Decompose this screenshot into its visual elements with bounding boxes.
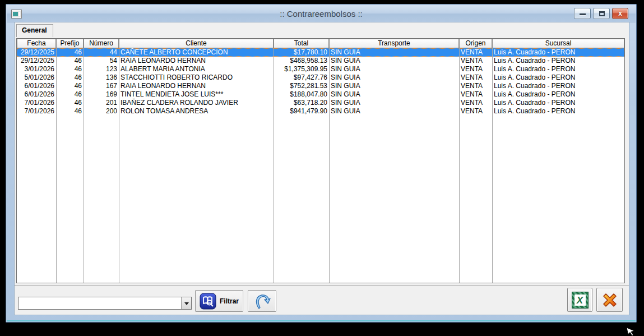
cell: RAIA LEONARDO HERNAN — [119, 82, 274, 90]
export-excel-button[interactable]: X — [567, 288, 592, 312]
cell: VENTA — [459, 82, 492, 90]
table-row[interactable]: 29/12/20254654RAIA LEONARDO HERNAN$468,9… — [17, 57, 624, 65]
cell: Luis A. Cuadrado - PERON — [492, 65, 624, 73]
cell: 46 — [56, 65, 84, 73]
cell: 6/01/2026 — [17, 82, 56, 90]
cell: VENTA — [459, 90, 492, 99]
combobox-dropdown-button[interactable] — [181, 297, 191, 309]
table-header: FechaPrefijoNúmeroClienteTotalTransporte… — [17, 39, 624, 48]
column-header-sucursal[interactable]: Sucursal — [492, 39, 624, 48]
filtrar-button-label: Filtrar — [220, 297, 239, 305]
titlebar[interactable]: :: Contrareembolsos :: x — [7, 5, 636, 22]
filter-combobox-value — [18, 297, 181, 309]
cell: $468,958.13 — [274, 57, 329, 65]
column-header-total[interactable]: Total — [274, 39, 329, 48]
cell: Luis A. Cuadrado - PERON — [492, 48, 624, 57]
cell: Luis A. Cuadrado - PERON — [492, 107, 624, 116]
filtrar-button[interactable]: Filtrar — [195, 290, 243, 312]
cancel-close-button[interactable] — [596, 288, 623, 312]
table-row[interactable]: 7/01/202646200ROLON TOMASA ANDRESA$941,4… — [17, 107, 624, 116]
book-search-icon — [200, 293, 216, 310]
table-row[interactable]: 29/12/20254644CAÑETE ALBERTO CONCEPCION$… — [17, 48, 624, 57]
cell: 46 — [56, 57, 84, 65]
cell: VENTA — [459, 73, 492, 82]
cell: 6/01/2026 — [17, 90, 56, 99]
cell: 46 — [56, 48, 84, 57]
column-header-transporte[interactable]: Transporte — [329, 39, 459, 48]
cell: $752,281.53 — [274, 82, 329, 90]
table-row[interactable]: 6/01/202646167RAIA LEONARDO HERNAN$752,2… — [17, 82, 624, 90]
cell: $17,780.10 — [274, 48, 329, 57]
tab-general[interactable]: General — [16, 24, 53, 37]
client-area: General FechaPrefijoNúmeroClienteTotalTr… — [15, 22, 629, 315]
cell: 123 — [84, 65, 119, 73]
cell: CAÑETE ALBERTO CONCEPCION — [119, 48, 274, 57]
table-body: 29/12/20254644CAÑETE ALBERTO CONCEPCION$… — [17, 48, 624, 283]
cell: $941,479.90 — [274, 107, 329, 116]
window-controls: x — [574, 8, 628, 19]
cell: STACCHIOTTI ROBERTO RICARDO — [119, 73, 274, 82]
cell: 46 — [56, 82, 84, 90]
cell: SIN GUIA — [329, 73, 459, 82]
column-header-prefijo[interactable]: Prefijo — [56, 39, 84, 48]
cell: 46 — [56, 90, 84, 99]
close-button[interactable]: x — [612, 8, 628, 19]
cell: 201 — [84, 99, 119, 107]
cell: Luis A. Cuadrado - PERON — [492, 99, 624, 107]
cell: 29/12/2025 — [17, 48, 56, 57]
cell: 169 — [84, 90, 119, 99]
cell: $1,375,309.95 — [274, 65, 329, 73]
cell: 44 — [84, 48, 119, 57]
maximize-icon — [599, 11, 605, 16]
cell: SIN GUIA — [329, 48, 459, 57]
cell: VENTA — [459, 57, 492, 65]
cell: SIN GUIA — [329, 107, 459, 116]
column-header-numero[interactable]: Número — [84, 39, 119, 48]
cell: $188,047.80 — [274, 90, 329, 99]
excel-icon: X — [572, 292, 589, 309]
cell: VENTA — [459, 99, 492, 107]
cell: 54 — [84, 57, 119, 65]
cell: RAIA LEONARDO HERNAN — [119, 57, 274, 65]
column-header-cliente[interactable]: Cliente — [119, 39, 274, 48]
cell: VENTA — [459, 65, 492, 73]
table-row[interactable]: 7/01/202646201IBAÑEZ CLADERA ROLANDO JAV… — [17, 99, 624, 107]
cell: 7/01/2026 — [17, 107, 56, 116]
cell: SIN GUIA — [329, 90, 459, 99]
filter-combobox[interactable] — [18, 297, 192, 310]
cell: ALABERT MARIA ANTONIA — [119, 65, 274, 73]
window-title: :: Contrareembolsos :: — [7, 9, 636, 19]
contrareembolsos-table: FechaPrefijoNúmeroClienteTotalTransporte… — [16, 38, 625, 283]
maximize-button[interactable] — [593, 8, 610, 19]
cell: 167 — [84, 82, 119, 90]
column-header-origen[interactable]: Origen — [459, 39, 492, 48]
cell: Luis A. Cuadrado - PERON — [492, 82, 624, 90]
orange-x-icon — [600, 291, 619, 310]
bottom-toolbar: Filtrar X — [15, 285, 629, 315]
minimize-button[interactable] — [574, 8, 591, 19]
table-row[interactable]: 3/01/202646123ALABERT MARIA ANTONIA$1,37… — [17, 65, 624, 73]
cell: 46 — [56, 99, 84, 107]
cell: 136 — [84, 73, 119, 82]
app-window: :: Contrareembolsos :: x General FechaPr… — [6, 4, 637, 323]
cell: 46 — [56, 107, 84, 116]
close-icon: x — [613, 10, 628, 17]
undo-arrow-icon — [253, 292, 272, 310]
cell: 7/01/2026 — [17, 99, 56, 107]
cell: SIN GUIA — [329, 82, 459, 90]
column-header-fecha[interactable]: Fecha — [17, 39, 56, 48]
cell: SIN GUIA — [329, 99, 459, 107]
cell: 46 — [56, 73, 84, 82]
table-row[interactable]: 6/01/202646169TINTEL MENDIETA JOSE LUIS*… — [17, 90, 624, 99]
cell: IBAÑEZ CLADERA ROLANDO JAVIER — [119, 99, 274, 107]
cell: ROLON TOMASA ANDRESA — [119, 107, 274, 116]
cell: SIN GUIA — [329, 57, 459, 65]
cell: SIN GUIA — [329, 65, 459, 73]
undo-button[interactable] — [248, 290, 276, 312]
cell: VENTA — [459, 48, 492, 57]
table-row[interactable]: 5/01/202646136STACCHIOTTI ROBERTO RICARD… — [17, 73, 624, 82]
cell: TINTEL MENDIETA JOSE LUIS*** — [119, 90, 274, 99]
mouse-cursor — [626, 327, 636, 336]
minimize-icon — [580, 13, 586, 15]
cell: VENTA — [459, 107, 492, 116]
